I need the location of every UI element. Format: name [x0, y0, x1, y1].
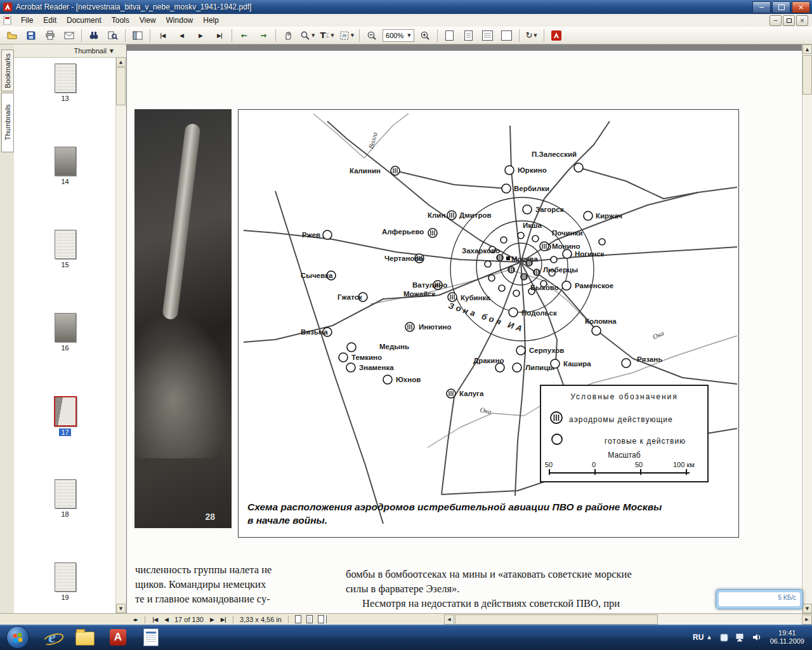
- river-label: Ока: [652, 329, 665, 341]
- next-page-button[interactable]: ▶: [207, 615, 217, 624]
- document-horizontal-scrollbar[interactable]: ◀ ▶: [444, 614, 812, 625]
- tab-thumbnails[interactable]: Thumbnails: [1, 93, 14, 152]
- menu-edit[interactable]: Edit: [38, 15, 62, 26]
- scroll-down-arrow[interactable]: ▼: [802, 604, 812, 613]
- first-page-button[interactable]: |◀: [150, 615, 160, 624]
- single-page-view-button[interactable]: [293, 615, 303, 624]
- tray-expand-caret[interactable]: ▲: [707, 635, 710, 640]
- menu-file[interactable]: File: [16, 15, 38, 26]
- scroll-down-arrow[interactable]: ▼: [116, 604, 126, 613]
- explorer-folder-icon[interactable]: [72, 627, 98, 648]
- thumbnail-page-18[interactable]: 18: [14, 479, 116, 519]
- figure-caption: Схема расположения аэродромов истребител…: [247, 500, 742, 527]
- close-button[interactable]: ×: [792, 1, 810, 13]
- network-icon[interactable]: [735, 633, 745, 642]
- scroll-up-arrow[interactable]: ▲: [116, 57, 126, 67]
- thumbnail-scrollbar[interactable]: ▲ ▼: [115, 57, 126, 613]
- next-page-button[interactable]: ▶: [192, 28, 209, 43]
- scale-tick: 100 км: [673, 461, 695, 468]
- zoom-dropdown-caret[interactable]: ▼: [407, 33, 410, 38]
- scroll-right-arrow[interactable]: ▶: [802, 614, 812, 625]
- menu-view[interactable]: View: [134, 15, 161, 26]
- last-page-button[interactable]: ▶|: [211, 28, 228, 43]
- child-close-button[interactable]: ×: [796, 15, 808, 26]
- text-select-tool[interactable]: T⌶▼: [318, 28, 336, 43]
- fit-page-button[interactable]: [460, 28, 478, 43]
- menu-help[interactable]: Help: [198, 15, 224, 26]
- document-area[interactable]: 28 КалининП.ЗалесскийЮркиноВербилкиЗагор…: [127, 44, 802, 613]
- previous-page-button[interactable]: ◀: [173, 28, 190, 43]
- snapshot-tool[interactable]: ▼: [337, 28, 356, 43]
- acrobat-reader-taskbar-icon[interactable]: A: [105, 627, 131, 648]
- menu-tools[interactable]: Tools: [107, 15, 134, 26]
- scroll-up-arrow[interactable]: ▲: [802, 44, 812, 54]
- zoom-tool[interactable]: ▼: [298, 28, 317, 43]
- ready-airfield-symbol: [562, 281, 571, 290]
- start-button[interactable]: [6, 626, 29, 649]
- adobe-logo-button[interactable]: [547, 28, 565, 43]
- zoom-level-combo[interactable]: 600% ▼: [383, 29, 414, 42]
- thumbnail-page-19[interactable]: 19: [14, 562, 116, 602]
- actual-size-button[interactable]: [441, 28, 459, 43]
- fit-width-button[interactable]: [479, 28, 497, 43]
- thumbnail-page-17-selected[interactable]: 17: [14, 396, 116, 437]
- zoom-in-button[interactable]: [416, 28, 434, 43]
- city-label: П.Залесский: [532, 150, 577, 158]
- thumbnail-image[interactable]: [55, 63, 76, 93]
- fit-visible-button[interactable]: [498, 28, 516, 43]
- rotate-view-button[interactable]: ↻▼: [523, 28, 540, 43]
- zoom-out-button[interactable]: [363, 28, 381, 43]
- save-button[interactable]: [22, 28, 40, 43]
- navigation-pane-toggle[interactable]: [129, 28, 147, 43]
- menu-document[interactable]: Document: [62, 15, 107, 26]
- clock[interactable]: 19:41 06.11.2009: [770, 629, 804, 646]
- document-app-icon[interactable]: [138, 627, 164, 648]
- thumbnail-image[interactable]: [55, 147, 76, 176]
- search-icon[interactable]: [85, 28, 103, 43]
- network-speed-popup[interactable]: 5 КБ/с: [716, 589, 803, 609]
- menu-window[interactable]: Window: [161, 15, 199, 26]
- search-results-icon[interactable]: [104, 28, 122, 43]
- minimize-button[interactable]: −: [752, 1, 771, 13]
- internet-explorer-icon[interactable]: e: [39, 627, 65, 648]
- thumbnail-image[interactable]: [55, 230, 76, 259]
- thumbnail-page-16[interactable]: 16: [14, 313, 116, 352]
- ready-airfield-symbol: [347, 343, 356, 352]
- hand-tool[interactable]: [279, 28, 297, 43]
- print-button[interactable]: [41, 28, 59, 43]
- windows-flag-icon: [13, 632, 23, 643]
- facing-pages-view-button[interactable]: [316, 615, 326, 624]
- language-indicator[interactable]: RU: [693, 633, 704, 642]
- map-river: [313, 114, 409, 158]
- go-back-button[interactable]: ←: [235, 28, 253, 43]
- thumbnail-image[interactable]: [54, 396, 77, 427]
- ready-airfield-symbol: [513, 363, 521, 372]
- thumbnail-page-13[interactable]: 13: [14, 63, 116, 103]
- last-page-button[interactable]: ▶|: [218, 615, 228, 624]
- pane-splitter-button[interactable]: ◂▸: [130, 615, 140, 624]
- thumbnail-page-14[interactable]: 14: [14, 147, 116, 186]
- first-page-button[interactable]: |◀: [154, 28, 171, 43]
- email-button[interactable]: [60, 28, 78, 43]
- previous-page-button[interactable]: ◀: [161, 615, 171, 624]
- go-forward-button[interactable]: →: [254, 28, 272, 43]
- child-restore-button[interactable]: [783, 15, 795, 26]
- thumbnail-image[interactable]: [55, 313, 76, 342]
- scrollbar-thumb[interactable]: [116, 67, 126, 105]
- maximize-button[interactable]: [772, 1, 790, 13]
- thumbnail-page-15[interactable]: 15: [14, 230, 116, 269]
- thumbnail-panel-header[interactable]: Thumbnail ▼: [14, 44, 126, 58]
- document-vertical-scrollbar[interactable]: ▲ ▼: [802, 44, 812, 613]
- tab-bookmarks[interactable]: Bookmarks: [1, 50, 14, 91]
- scrollbar-thumb[interactable]: [802, 55, 812, 95]
- volume-icon[interactable]: [752, 633, 762, 642]
- scroll-left-arrow[interactable]: ◀: [444, 614, 454, 625]
- panel-menu-caret[interactable]: ▼: [110, 48, 114, 54]
- child-minimize-button[interactable]: −: [769, 15, 782, 26]
- thumbnail-image[interactable]: [55, 479, 76, 508]
- scrollbar-thumb[interactable]: [455, 614, 658, 625]
- open-button[interactable]: [3, 28, 21, 43]
- continuous-view-button[interactable]: [304, 615, 315, 624]
- thumbnail-image[interactable]: [55, 562, 76, 592]
- tray-app-icon[interactable]: [719, 633, 729, 642]
